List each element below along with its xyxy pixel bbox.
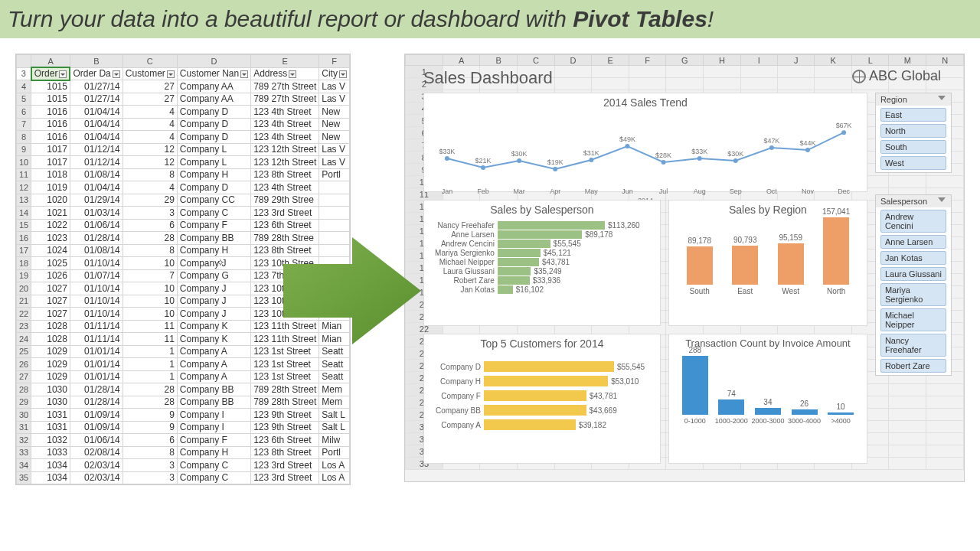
cell[interactable]: 02/08/14: [70, 446, 122, 459]
row-number[interactable]: 33: [17, 446, 31, 459]
cell[interactable]: 1023: [31, 232, 70, 245]
field-header[interactable]: Address: [251, 67, 319, 80]
cell[interactable]: 02/03/14: [70, 459, 122, 472]
cell[interactable]: 10: [122, 257, 177, 270]
cell[interactable]: 01/11/14: [70, 333, 122, 346]
cell[interactable]: Portl: [319, 446, 350, 459]
cell[interactable]: Mem: [319, 383, 350, 396]
cell[interactable]: [319, 207, 350, 220]
col-header[interactable]: I: [740, 55, 777, 66]
cell[interactable]: 123 9th Street: [251, 409, 319, 422]
cell[interactable]: Seatt: [319, 358, 350, 371]
cell[interactable]: Company L: [177, 143, 250, 156]
cell[interactable]: 123 9th Street: [251, 421, 319, 434]
cell[interactable]: 01/04/14: [70, 131, 122, 144]
cell[interactable]: 28: [122, 232, 177, 245]
row-number[interactable]: 4: [17, 80, 31, 93]
row-number[interactable]: 17: [17, 244, 31, 257]
cell[interactable]: 1028: [31, 320, 70, 333]
cell[interactable]: 1031: [31, 421, 70, 434]
cell[interactable]: Company J: [177, 282, 250, 295]
cell[interactable]: Company CC: [177, 194, 250, 207]
cell[interactable]: 01/09/14: [70, 421, 122, 434]
cell[interactable]: 01/04/14: [70, 181, 122, 194]
cell[interactable]: 01/28/14: [70, 396, 122, 409]
cell[interactable]: 01/10/14: [70, 257, 122, 270]
row-number[interactable]: 29: [17, 396, 31, 409]
salesperson-chart[interactable]: Sales by Salesperson Nancy Freehafer$113…: [423, 200, 661, 326]
col-header[interactable]: F: [629, 55, 666, 66]
cell[interactable]: New: [319, 118, 350, 131]
cell[interactable]: Mem: [319, 396, 350, 409]
col-header[interactable]: A: [31, 55, 70, 68]
cell[interactable]: 8: [122, 446, 177, 459]
field-header[interactable]: City: [319, 67, 350, 80]
cell[interactable]: 1016: [31, 118, 70, 131]
cell[interactable]: 7: [122, 269, 177, 282]
col-header[interactable]: B: [480, 55, 518, 66]
cell[interactable]: Salt L: [319, 409, 350, 422]
cell[interactable]: [319, 194, 350, 207]
slicer-item[interactable]: Mariya Sergienko: [880, 283, 946, 306]
row-number[interactable]: 22: [17, 308, 31, 321]
cell[interactable]: 1029: [31, 345, 70, 358]
row-number[interactable]: 31: [17, 421, 31, 434]
salesperson-slicer[interactable]: Salesperson Andrew CenciniAnne LarsenJan…: [875, 194, 952, 376]
slicer-item[interactable]: Anne Larsen: [880, 235, 946, 249]
cell[interactable]: 1034: [31, 459, 70, 472]
col-header[interactable]: F: [319, 55, 350, 68]
cell[interactable]: 1026: [31, 269, 70, 282]
cell[interactable]: 01/27/14: [70, 93, 122, 106]
cell[interactable]: 1031: [31, 409, 70, 422]
slicer-item[interactable]: North: [880, 124, 946, 138]
row-number[interactable]: 23: [17, 320, 31, 333]
cell[interactable]: 1034: [31, 471, 70, 484]
cell[interactable]: Company G: [177, 269, 250, 282]
cell[interactable]: 1022: [31, 219, 70, 232]
cell[interactable]: Company J: [177, 308, 250, 321]
cell[interactable]: Company H: [177, 244, 250, 257]
slicer-item[interactable]: Robert Zare: [880, 359, 946, 373]
cell[interactable]: [319, 219, 350, 232]
cell[interactable]: 01/01/14: [70, 358, 122, 371]
cell[interactable]: 789 27th Street: [251, 80, 319, 93]
cell[interactable]: Company J: [177, 295, 250, 308]
row-number[interactable]: 14: [17, 207, 31, 220]
cell[interactable]: 1033: [31, 446, 70, 459]
cell[interactable]: 123 1st Street: [251, 370, 319, 383]
cell[interactable]: 3: [122, 471, 177, 484]
filter-dropdown-icon[interactable]: [240, 70, 248, 78]
row-number[interactable]: 18: [17, 257, 31, 270]
cell[interactable]: Salt L: [319, 421, 350, 434]
cell[interactable]: Company D: [177, 181, 250, 194]
cell[interactable]: 1029: [31, 370, 70, 383]
col-header[interactable]: C: [518, 55, 555, 66]
cell[interactable]: 28: [122, 383, 177, 396]
filter-dropdown-icon[interactable]: [113, 70, 120, 78]
row-number[interactable]: 20: [17, 282, 31, 295]
cell[interactable]: Los A: [319, 471, 350, 484]
filter-dropdown-icon[interactable]: [167, 70, 175, 78]
cell[interactable]: 02/03/14: [70, 471, 122, 484]
cell[interactable]: 1027: [31, 295, 70, 308]
customers-chart[interactable]: Top 5 Customers for 2014 Company D$55,54…: [423, 334, 661, 464]
cell[interactable]: 01/28/14: [70, 383, 122, 396]
cell[interactable]: 01/04/14: [70, 106, 122, 119]
cell[interactable]: Company AA: [177, 93, 250, 106]
cell[interactable]: 01/04/14: [70, 118, 122, 131]
cell[interactable]: 8: [122, 244, 177, 257]
row-number[interactable]: 13: [17, 194, 31, 207]
cell[interactable]: Company I: [177, 421, 250, 434]
row-number[interactable]: 6: [17, 106, 31, 119]
row-number[interactable]: 35: [17, 471, 31, 484]
cell[interactable]: 10: [122, 282, 177, 295]
cell[interactable]: 4: [122, 131, 177, 144]
cell[interactable]: 01/10/14: [70, 282, 122, 295]
cell[interactable]: 01/29/14: [70, 194, 122, 207]
cell[interactable]: 1027: [31, 308, 70, 321]
cell[interactable]: 10: [122, 308, 177, 321]
cell[interactable]: 4: [122, 106, 177, 119]
cell[interactable]: 27: [122, 80, 177, 93]
field-header[interactable]: Customer Nan: [177, 67, 250, 80]
cell[interactable]: 29: [122, 194, 177, 207]
